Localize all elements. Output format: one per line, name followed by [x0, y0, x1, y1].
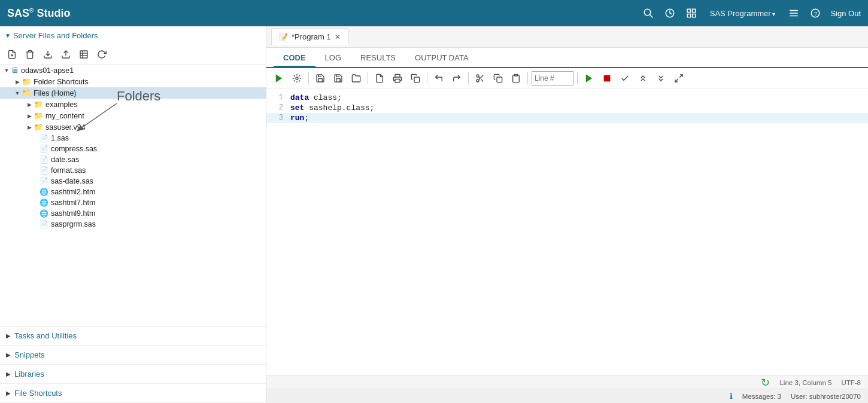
sashtml9-icon: 🌐 [40, 209, 48, 218]
svg-rect-6 [692, 14, 695, 17]
program1-tab[interactable]: 📝 *Program 1 ✕ [271, 28, 348, 45]
libraries-arrow: ▶ [6, 371, 11, 377]
copy-button[interactable] [408, 71, 423, 86]
content-area: 📝 *Program 1 ✕ CODE LOG RESULTS OUTPUT D… [266, 26, 868, 403]
signout-button[interactable]: Sign Out [830, 9, 861, 18]
upload-button[interactable] [59, 47, 73, 62]
kw-run: run [290, 114, 304, 123]
tab-output-data[interactable]: OUTPUT DATA [405, 50, 478, 67]
copy2-button[interactable] [490, 71, 506, 86]
refresh-button[interactable] [95, 47, 109, 62]
server-files-arrow: ▼ [5, 32, 11, 39]
list-icon[interactable] [787, 7, 800, 20]
svg-rect-33 [514, 74, 517, 76]
tasks-label: Tasks and Utilities [14, 331, 77, 340]
play-green-button[interactable] [581, 71, 597, 86]
new-file-button[interactable] [5, 47, 19, 62]
tree-sasuser[interactable]: ▶ 📁 sasuser.v94 [0, 121, 266, 133]
server-node-label: odaws01-apse1 [21, 66, 74, 75]
history-icon[interactable] [663, 7, 676, 20]
run-button[interactable] [271, 71, 287, 86]
redo-button[interactable] [449, 71, 465, 86]
tree-folder-shortcuts[interactable]: ▶ 📁 Folder Shortcuts [0, 76, 266, 87]
fullscreen-button[interactable] [671, 71, 687, 86]
file-shortcuts-section[interactable]: ▶ File Shortcuts [0, 384, 266, 403]
examples-icon: 📁 [34, 100, 43, 109]
svg-text:?: ? [814, 10, 818, 17]
snippets-section[interactable]: ▶ Snippets [0, 346, 266, 365]
delete-button[interactable] [23, 47, 37, 62]
tree-files-home[interactable]: ▼ 📁 Files (Home) [0, 87, 266, 99]
messages-label: Messages: 3 [742, 393, 781, 400]
open-button[interactable] [348, 71, 364, 86]
my-content-icon: 📁 [34, 111, 43, 120]
tree-sashtml7[interactable]: 🌐 sashtml7.htm [0, 197, 266, 208]
sashtml2-label: sashtml2.htm [51, 188, 95, 196]
encoding-status: UTF-8 [841, 379, 861, 386]
collapse-button[interactable] [635, 71, 651, 86]
table-button[interactable] [77, 47, 91, 62]
user-menu[interactable]: SAS Programmer [710, 9, 776, 18]
code-toolbar: + [266, 68, 868, 89]
info-icon: ℹ [730, 392, 733, 401]
refresh-status-icon: ↻ [761, 376, 770, 389]
tab-code[interactable]: CODE [274, 50, 315, 67]
tree-server-root[interactable]: ▼ 🖥 odaws01-apse1 [0, 65, 266, 76]
toolbar-sep2 [368, 72, 368, 84]
snippets-arrow: ▶ [6, 352, 11, 358]
line-number-input[interactable] [532, 71, 573, 86]
save-button[interactable] [312, 71, 328, 86]
kw-set: set [290, 103, 304, 112]
tree-1sas[interactable]: ▶ 📄 1.sas [0, 133, 266, 144]
brand-suffix: Studio [34, 7, 70, 19]
tab-results[interactable]: RESULTS [351, 50, 405, 67]
tree-compress[interactable]: 📄 compress.sas [0, 144, 266, 154]
new-program-button[interactable] [372, 71, 387, 86]
sasuser-arrow: ▶ [25, 124, 34, 130]
code-line-3: 3 run; [266, 113, 868, 123]
line-num-1: 1 [266, 93, 290, 102]
position-status: Line 3, Column 5 [779, 379, 831, 386]
tree-sasprgrm[interactable]: 📄 sasprgrm.sas [0, 219, 266, 230]
svg-rect-5 [687, 14, 690, 17]
auto-button[interactable] [289, 71, 305, 86]
svg-line-1 [650, 14, 652, 17]
tree-sashtml2[interactable]: 🌐 sashtml2.htm [0, 187, 266, 197]
sashtml2-icon: 🌐 [40, 188, 48, 196]
code-editor[interactable]: 1 data class; 2 set sashelp.class; 3 [266, 89, 868, 375]
download-button[interactable] [41, 47, 55, 62]
toolbar-sep5 [527, 72, 528, 84]
svg-point-28 [477, 80, 479, 82]
server-files-header[interactable]: ▼ Server Files and Folders [0, 26, 266, 45]
toolbar-sep3 [427, 72, 427, 84]
help-icon[interactable]: ? [809, 7, 822, 20]
libraries-section[interactable]: ▶ Libraries [0, 365, 266, 384]
tasks-utilities-section[interactable]: ▶ Tasks and Utilities [0, 326, 266, 346]
stop-button[interactable] [599, 71, 615, 86]
toolbar-sep4 [468, 72, 469, 84]
save-as-button[interactable]: + [330, 71, 346, 86]
search-icon[interactable] [642, 7, 655, 20]
print-button[interactable] [390, 71, 405, 86]
tab-log[interactable]: LOG [315, 50, 351, 67]
check-button[interactable] [617, 71, 633, 86]
tree-my-content[interactable]: ▶ 📁 my_content [0, 110, 266, 121]
file-tree: Folders ▼ 🖥 odaws01-apse1 ▶ [0, 65, 266, 326]
svg-point-27 [477, 75, 479, 77]
my-content-arrow: ▶ [25, 113, 34, 119]
tree-format[interactable]: 📄 format.sas [0, 165, 266, 176]
navbar: SAS® Studio SAS Programmer ? Sign Out [0, 0, 868, 26]
tree-sas-date[interactable]: 📄 sas-date.sas [0, 176, 266, 187]
expand-button[interactable] [653, 71, 669, 86]
tree-date[interactable]: 📄 date.sas [0, 154, 266, 165]
tree-sashtml9[interactable]: 🌐 sashtml9.htm [0, 208, 266, 219]
tab-close-button[interactable]: ✕ [335, 33, 341, 41]
status-bar: ↻ Line 3, Column 5 UTF-8 [266, 375, 868, 389]
format-icon: 📄 [40, 166, 48, 175]
sas-date-label: sas-date.sas [51, 177, 93, 185]
paste-button[interactable] [508, 71, 524, 86]
grid-icon[interactable] [685, 7, 698, 20]
tree-examples[interactable]: ▶ 📁 examples [0, 99, 266, 110]
undo-button[interactable] [431, 71, 447, 86]
scissors-button[interactable] [472, 71, 488, 86]
